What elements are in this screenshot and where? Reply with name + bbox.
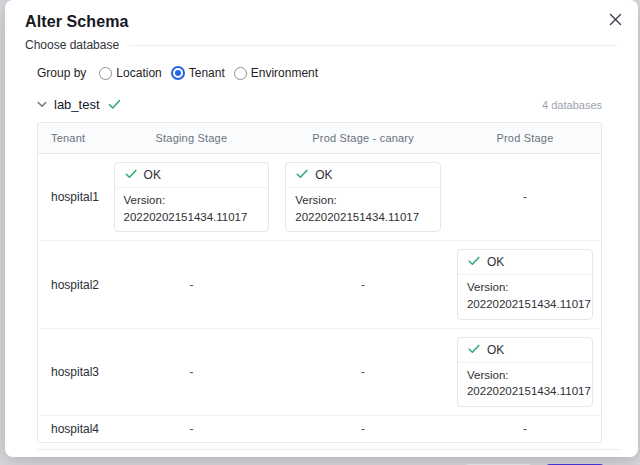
table-body: hospital1OKVersion:20220202151434.11017O… [38,154,601,442]
radio-option-label: Tenant [189,66,225,80]
empty-cell-dash: - [361,422,365,436]
stage-cell: - [277,329,449,416]
empty-cell-dash: - [361,365,365,379]
status-card-body: Version:20220202151434.11017 [115,188,269,231]
status-card: OKVersion:20220202151434.11017 [114,162,270,232]
table-row: hospital4--- [38,416,601,442]
stage-cell: OKVersion:20220202151434.11017 [449,241,601,328]
check-icon [468,255,480,269]
column-header: Prod Stage [449,123,601,154]
status-card-header: OK [458,338,592,363]
close-icon [608,12,623,30]
stage-cell: - [277,416,449,442]
stage-cell: - [449,154,601,241]
tenant-name-cell: hospital4 [38,416,106,442]
empty-cell-dash: - [361,278,365,292]
version-label: Version: [295,192,431,209]
stage-cell: OKVersion:20220202151434.11017 [106,154,278,241]
table-row: hospital2--OKVersion:20220202151434.1101… [38,241,601,328]
status-ok-label: OK [315,168,332,182]
status-ok-label: OK [487,255,504,269]
status-card-body: Version:20220202151434.11017 [286,188,440,231]
tenant-name-cell: hospital3 [38,329,106,416]
status-card-header: OK [458,250,592,275]
databases-table: TenantStaging StageProd Stage - canaryPr… [37,122,602,443]
status-card-header: OK [286,163,440,188]
alter-schema-dialog: Alter Schema Choose database Group by Lo… [5,0,638,457]
chevron-down-icon[interactable] [37,101,47,108]
group-by-options: LocationTenantEnvironment [99,66,318,80]
tenant-name-cell: hospital1 [38,154,106,241]
status-card: OKVersion:20220202151434.11017 [457,337,593,407]
column-header: Staging Stage [106,123,278,154]
group-by-label: Group by [37,66,86,80]
version-label: Version: [124,192,260,209]
stage-cell: - [106,416,278,442]
radio-option-label: Environment [251,66,318,80]
dialog-subtitle-row: Choose database [25,38,618,52]
column-header: Tenant [38,123,106,154]
table-row: hospital1OKVersion:20220202151434.11017O… [38,154,601,241]
radio-dot [175,70,181,76]
check-icon [296,168,308,182]
status-card: OKVersion:20220202151434.11017 [457,249,593,319]
close-button[interactable] [604,10,626,32]
radio-unselected-icon[interactable] [234,67,247,80]
dialog-content: Group by LocationTenantEnvironment lab_t… [5,66,638,443]
stage-cell: OKVersion:20220202151434.11017 [277,154,449,241]
empty-cell-dash: - [189,278,193,292]
status-card: OKVersion:20220202151434.11017 [285,162,441,232]
stage-cell: - [106,241,278,328]
database-count-label: 4 databases [542,99,602,111]
status-card-body: Version:20220202151434.11017 [458,363,592,406]
empty-cell-dash: - [523,422,527,436]
version-value: 20220202151434.11017 [467,383,583,400]
version-value: 20220202151434.11017 [124,209,260,226]
radio-option-label: Location [116,66,161,80]
column-header: Prod Stage - canary [277,123,449,154]
group-by-row: Group by LocationTenantEnvironment [37,66,602,80]
empty-cell-dash: - [189,422,193,436]
check-icon [108,99,121,110]
version-label: Version: [467,367,583,384]
empty-cell-dash: - [523,190,527,204]
dialog-title: Alter Schema [25,13,618,31]
stage-cell: - [277,241,449,328]
version-value: 20220202151434.11017 [295,209,431,226]
check-icon [468,343,480,357]
radio-selected-icon[interactable] [171,66,185,80]
check-icon [125,168,137,182]
database-group-name: lab_test [54,97,100,112]
dialog-subtitle: Choose database [25,38,119,52]
table-row: hospital3--OKVersion:20220202151434.1101… [38,329,601,416]
group-by-option-tenant[interactable]: Tenant [171,66,225,80]
version-label: Version: [467,279,583,296]
version-value: 20220202151434.11017 [467,296,583,313]
subtitle-divider [129,45,618,46]
table-header-row: TenantStaging StageProd Stage - canaryPr… [38,123,601,154]
stage-cell: OKVersion:20220202151434.11017 [449,329,601,416]
status-card-body: Version:20220202151434.11017 [458,275,592,318]
tenant-name-cell: hospital2 [38,241,106,328]
dialog-header: Alter Schema Choose database [5,0,638,52]
database-group-header[interactable]: lab_test 4 databases [37,97,602,112]
radio-unselected-icon[interactable] [99,67,112,80]
stage-cell: - [449,416,601,442]
status-ok-label: OK [144,168,161,182]
stage-cell: - [106,329,278,416]
dialog-footer: Cancel Next [5,450,638,465]
status-card-header: OK [115,163,269,188]
group-by-option-environment[interactable]: Environment [234,66,318,80]
status-ok-label: OK [487,343,504,357]
empty-cell-dash: - [189,365,193,379]
group-by-option-location[interactable]: Location [99,66,161,80]
